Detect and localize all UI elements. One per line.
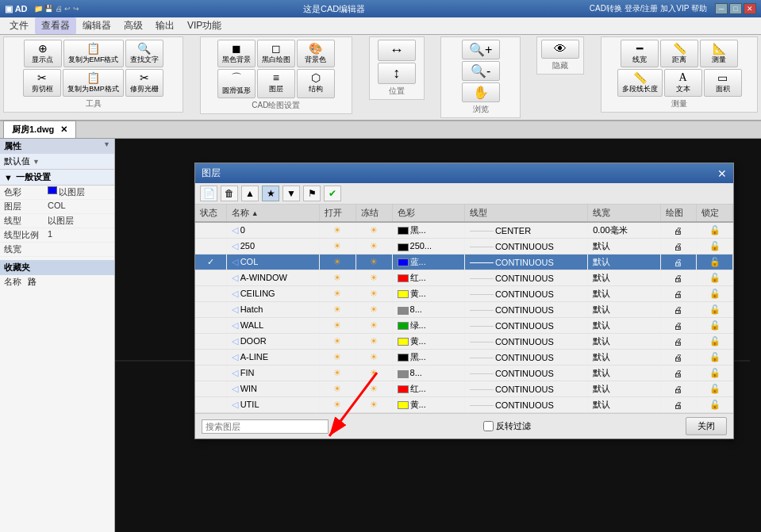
layer-open-cell[interactable]: ☀ bbox=[320, 381, 356, 397]
layer-lock-cell[interactable]: 🔓 bbox=[697, 318, 733, 334]
layer-plot-cell[interactable]: 🖨 bbox=[660, 318, 697, 334]
copy-emf-button[interactable]: 📋复制为EMF格式 bbox=[63, 40, 124, 67]
layer-color-cell[interactable]: 黄... bbox=[392, 334, 464, 350]
layer-row[interactable]: ◁Hatch☀☀8...CONTINUOUS默认🖨🔓 bbox=[195, 302, 733, 318]
menu-editor[interactable]: 编辑器 bbox=[76, 17, 117, 34]
layer-row[interactable]: ◁250☀☀250...CONTINUOUS默认🖨🔓 bbox=[195, 239, 733, 255]
layer-color-cell[interactable]: 红... bbox=[392, 381, 464, 397]
layer-row[interactable]: ◁CEILING☀☀黄...CONTINUOUS默认🖨🔓 bbox=[195, 286, 733, 302]
new-layer-button[interactable]: 📄 bbox=[200, 186, 217, 201]
col-name[interactable]: 名称 ▲ bbox=[226, 205, 319, 222]
layer-button[interactable]: ≡图层 bbox=[257, 69, 295, 98]
layer-open-cell[interactable]: ☀ bbox=[320, 397, 356, 413]
layer-linewidth-cell[interactable]: 默认 bbox=[588, 255, 660, 270]
layer-plot-cell[interactable]: 🖨 bbox=[660, 286, 697, 302]
close-window-button[interactable]: ✕ bbox=[744, 3, 756, 14]
layer-lock-cell[interactable]: 🔓 bbox=[697, 302, 733, 318]
layer-plot-cell[interactable]: 🖨 bbox=[660, 350, 697, 366]
layer-color-cell[interactable]: 8... bbox=[392, 366, 464, 381]
copy-bmp-button[interactable]: 📋复制为BMP格式 bbox=[63, 69, 124, 97]
pan-button[interactable]: ✋ bbox=[462, 82, 500, 102]
layer-open-cell[interactable]: ☀ bbox=[320, 350, 356, 366]
move-down-button[interactable]: ▼ bbox=[282, 186, 300, 201]
layer-linetype-cell[interactable]: CONTINUOUS bbox=[464, 270, 587, 286]
minimize-button[interactable]: ─ bbox=[715, 3, 728, 14]
layer-open-cell[interactable]: ☀ bbox=[320, 255, 356, 270]
delete-layer-button[interactable]: 🗑 bbox=[221, 186, 238, 201]
layer-freeze-cell[interactable]: ☀ bbox=[356, 318, 392, 334]
trim-raster-button[interactable]: ✂修剪光栅 bbox=[125, 69, 163, 97]
layer-linetype-cell[interactable]: CONTINUOUS bbox=[464, 397, 587, 413]
layer-linewidth-cell[interactable]: 0.00毫米 bbox=[588, 222, 660, 239]
layer-open-cell[interactable]: ☀ bbox=[320, 318, 356, 334]
dialog-footer-close-button[interactable]: 关闭 bbox=[686, 417, 727, 435]
layer-color-cell[interactable]: 蓝... bbox=[392, 255, 464, 270]
tab-close-icon[interactable]: ✕ bbox=[60, 124, 67, 134]
layer-lock-cell[interactable]: 🔓 bbox=[697, 270, 733, 286]
layer-lock-cell[interactable]: 🔓 bbox=[697, 286, 733, 302]
layer-color-cell[interactable]: 黑... bbox=[392, 350, 464, 366]
menu-advanced[interactable]: 高级 bbox=[117, 17, 149, 34]
text-button[interactable]: A文本 bbox=[664, 69, 702, 97]
move-up-button[interactable]: ▲ bbox=[241, 186, 259, 201]
layer-linetype-cell[interactable]: CONTINUOUS bbox=[464, 350, 587, 366]
layer-lock-cell[interactable]: 🔓 bbox=[697, 381, 733, 397]
layer-freeze-cell[interactable]: ☀ bbox=[356, 381, 392, 397]
layer-color-cell[interactable]: 8... bbox=[392, 302, 464, 318]
layer-freeze-cell[interactable]: ☀ bbox=[356, 255, 392, 270]
layer-lock-cell[interactable]: 🔓 bbox=[697, 366, 733, 381]
layer-linetype-cell[interactable]: CENTER bbox=[464, 222, 587, 239]
layer-linewidth-cell[interactable]: 默认 bbox=[588, 286, 660, 302]
layer-color-cell[interactable]: 黑... bbox=[392, 222, 464, 239]
black-bg-button[interactable]: ◼黑色背景 bbox=[217, 40, 256, 67]
layer-linetype-cell[interactable]: CONTINUOUS bbox=[464, 286, 587, 302]
layer-open-cell[interactable]: ☀ bbox=[320, 366, 356, 381]
layer-linetype-cell[interactable]: CONTINUOUS bbox=[464, 381, 587, 397]
layer-lock-cell[interactable]: 🔓 bbox=[697, 255, 733, 270]
layer-freeze-cell[interactable]: ☀ bbox=[356, 350, 392, 366]
layer-linewidth-cell[interactable]: 默认 bbox=[588, 318, 660, 334]
layer-linetype-cell[interactable]: CONTINUOUS bbox=[464, 255, 587, 270]
layer-lock-cell[interactable]: 🔓 bbox=[697, 397, 733, 413]
layer-row[interactable]: ✓◁COL☀☀蓝...CONTINUOUS默认🖨🔓 bbox=[195, 255, 733, 270]
layer-row[interactable]: ◁DOOR☀☀黄...CONTINUOUS默认🖨🔓 bbox=[195, 334, 733, 350]
layer-color-cell[interactable]: 红... bbox=[392, 270, 464, 286]
zoom-out-button[interactable]: 🔍- bbox=[462, 61, 500, 81]
layer-linetype-cell[interactable]: CONTINUOUS bbox=[464, 239, 587, 255]
layer-open-cell[interactable]: ☀ bbox=[320, 286, 356, 302]
layer-freeze-cell[interactable]: ☀ bbox=[356, 302, 392, 318]
smooth-arc-button[interactable]: ⌒圆滑弧形 bbox=[217, 69, 256, 98]
panel-section-general[interactable]: ▼ 一般设置 bbox=[0, 170, 114, 186]
maximize-button[interactable]: □ bbox=[729, 3, 742, 14]
layer-open-cell[interactable]: ☀ bbox=[320, 270, 356, 286]
layer-linewidth-cell[interactable]: 默认 bbox=[588, 397, 660, 413]
layer-plot-cell[interactable]: 🖨 bbox=[660, 302, 697, 318]
layer-lock-cell[interactable]: 🔓 bbox=[697, 239, 733, 255]
layer-open-cell[interactable]: ☀ bbox=[320, 302, 356, 318]
layer-row[interactable]: ◁A-WINDOW☀☀红...CONTINUOUS默认🖨🔓 bbox=[195, 270, 733, 286]
layer-color-cell[interactable]: 黄... bbox=[392, 397, 464, 413]
menu-vip[interactable]: VIP功能 bbox=[181, 17, 228, 34]
layer-freeze-cell[interactable]: ☀ bbox=[356, 222, 392, 239]
dialog-title-bar[interactable]: 图层 ✕ bbox=[195, 163, 733, 183]
star-button[interactable]: ★ bbox=[262, 186, 279, 201]
layer-row[interactable]: ◁WIN☀☀红...CONTINUOUS默认🖨🔓 bbox=[195, 381, 733, 397]
layer-freeze-cell[interactable]: ☀ bbox=[356, 270, 392, 286]
layer-open-cell[interactable]: ☀ bbox=[320, 334, 356, 350]
move-ud-button[interactable]: ↕ bbox=[378, 63, 416, 84]
zoom-in-button[interactable]: 🔍+ bbox=[462, 40, 500, 59]
layer-plot-cell[interactable]: 🖨 bbox=[660, 222, 697, 239]
menu-output[interactable]: 输出 bbox=[149, 17, 181, 34]
layer-lock-cell[interactable]: 🔓 bbox=[697, 334, 733, 350]
area-button[interactable]: ▭面积 bbox=[704, 69, 742, 97]
linewidth-measure-button[interactable]: ━线宽 bbox=[621, 40, 659, 67]
bg-color-button[interactable]: 🎨背景色 bbox=[297, 40, 335, 67]
polyline-length-button[interactable]: 📏多段线长度 bbox=[617, 69, 663, 97]
layer-row[interactable]: ◁0☀☀黑...CENTER0.00毫米🖨🔓 bbox=[195, 222, 733, 239]
search-layer-input[interactable] bbox=[202, 419, 329, 434]
measure-button[interactable]: 📐测量 bbox=[700, 40, 738, 67]
layer-plot-cell[interactable]: 🖨 bbox=[660, 334, 697, 350]
bw-drawing-button[interactable]: ◻黑白绘图 bbox=[257, 40, 295, 67]
layer-linetype-cell[interactable]: CONTINUOUS bbox=[464, 334, 587, 350]
layer-linewidth-cell[interactable]: 默认 bbox=[588, 302, 660, 318]
